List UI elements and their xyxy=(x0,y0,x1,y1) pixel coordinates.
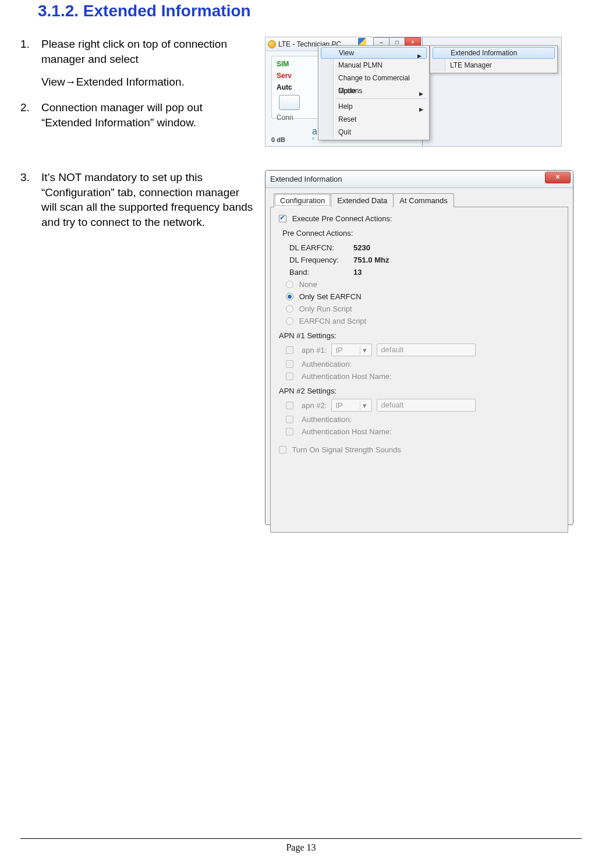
checkbox-signal-sounds[interactable] xyxy=(279,446,286,454)
tab-configuration[interactable]: Configuration xyxy=(274,193,331,207)
dialog-title: Extended Information xyxy=(270,175,342,183)
step-2-num: 2. xyxy=(20,100,41,130)
label-band: Band: xyxy=(289,268,353,277)
chevron-down-icon: ▾ xyxy=(360,401,369,410)
label-apn2-auth: Authentication: xyxy=(302,415,352,424)
step-3-num: 3. xyxy=(20,170,41,230)
section-title: Extended Information xyxy=(83,2,251,20)
menu-item-help[interactable]: Help ▶ xyxy=(320,100,428,113)
dialog-titlebar[interactable]: Extended Information xyxy=(265,171,573,188)
menu-separator xyxy=(336,98,427,99)
menu-item-help-label: Help xyxy=(338,102,353,111)
section-heading: 3.1.2. Extended Information xyxy=(20,0,582,20)
menu-item-commercial-mode[interactable]: Change to Commercial Mode xyxy=(320,72,428,84)
step-1-subline: View→Extended Information. xyxy=(41,75,253,90)
label-radio-both: EARFCN and Script xyxy=(299,317,367,325)
select-apn1-type-value: IP xyxy=(335,346,342,355)
label-signal-sounds: Turn On Signal Strength Sounds xyxy=(292,445,401,454)
menu-item-view-label: View xyxy=(339,49,354,57)
signal-db: 0 dB xyxy=(271,136,285,143)
menu-item-view[interactable]: View ▶ xyxy=(321,47,427,59)
menu-item-options-label: Options xyxy=(338,87,362,95)
context-menu: View ▶ Manual PLMN Change to Commercial … xyxy=(318,45,430,140)
section-number: 3.1.2. xyxy=(38,2,79,20)
chevron-down-icon: ▾ xyxy=(360,346,369,355)
step-3: 3. It’s NOT mandatory to set up this “Co… xyxy=(20,170,253,230)
step-2: 2. Connection manager will pop out “Exte… xyxy=(20,100,253,130)
step-3-text: It’s NOT mandatory to set up this “Confi… xyxy=(41,170,253,230)
label-dl-earfcn: DL EARFCN: xyxy=(289,243,353,252)
label-execute-pre-connect: Execute Pre Connect Actions: xyxy=(292,214,392,223)
label-apn1-auth: Authentication: xyxy=(302,360,352,369)
radio-only-earfcn[interactable] xyxy=(286,293,293,300)
input-apn1-name[interactable]: default xyxy=(377,343,476,356)
checkbox-apn1[interactable] xyxy=(286,346,293,354)
label-apn2-header: APN #2 Settings: xyxy=(279,387,559,395)
checkbox-execute-pre-connect[interactable] xyxy=(279,215,286,222)
submenu-view: Extended Information LTE Manager xyxy=(430,45,558,73)
signal-box xyxy=(279,95,300,110)
checkbox-apn2-auth[interactable] xyxy=(286,416,293,423)
tab-panel-configuration: Execute Pre Connect Actions: Pre Connect… xyxy=(270,207,568,533)
label-pre-connect-actions: Pre Connect Actions: xyxy=(282,229,559,238)
submenu-item-extended-info[interactable]: Extended Information xyxy=(433,47,555,59)
shield-icon xyxy=(358,38,366,46)
checkbox-apn1-auth[interactable] xyxy=(286,360,293,368)
step-1-num: 1. xyxy=(20,37,41,90)
page-footer: Page 13 xyxy=(20,838,582,853)
step-1-text: Please right click on top of connection … xyxy=(41,38,227,65)
label-apn1-auth-host: Authentication Host Name: xyxy=(302,372,392,381)
label-radio-only-script: Only Run Script xyxy=(299,304,352,313)
tab-at-commands[interactable]: At Commands xyxy=(393,193,454,207)
submenu-item-lte-manager[interactable]: LTE Manager xyxy=(431,59,556,72)
radio-earfcn-and-script[interactable] xyxy=(286,317,293,325)
label-apn2-auth-host: Authentication Host Name: xyxy=(302,427,392,436)
step-1: 1. Please right click on top of connecti… xyxy=(20,37,253,90)
checkbox-apn1-auth-host[interactable] xyxy=(286,373,293,380)
value-band: 13 xyxy=(353,268,362,277)
label-apn1-header: APN #1 Settings: xyxy=(279,331,559,340)
select-apn1-type[interactable]: IP ▾ xyxy=(331,343,372,356)
select-apn2-type[interactable]: IP ▾ xyxy=(331,399,372,412)
menu-item-quit[interactable]: Quit xyxy=(320,126,428,139)
app-icon xyxy=(268,40,276,48)
radio-only-script[interactable] xyxy=(286,305,293,313)
label-radio-only-earfcn: Only Set EARFCN xyxy=(299,292,362,301)
dialog-close-button[interactable]: × xyxy=(545,172,571,183)
dialog-extended-information: Extended Information × Configuration Ext… xyxy=(265,170,573,525)
value-dl-frequency: 751.0 Mhz xyxy=(353,256,389,264)
menu-item-manual-plmn[interactable]: Manual PLMN xyxy=(320,59,428,72)
checkbox-apn2-auth-host[interactable] xyxy=(286,428,293,435)
menu-item-reset[interactable]: Reset xyxy=(320,113,428,126)
value-dl-earfcn: 5230 xyxy=(353,243,370,252)
label-apn1: apn #1: xyxy=(302,346,327,355)
radio-none[interactable] xyxy=(286,281,293,288)
screenshot-context-menu: LTE - Technician PC – □ × SIM Serv Autc … xyxy=(265,37,562,147)
select-apn2-type-value: IP xyxy=(335,401,342,410)
menu-item-options[interactable]: Options ▶ xyxy=(320,84,428,97)
label-radio-none: None xyxy=(299,280,317,289)
tab-extended-data[interactable]: Extended Data xyxy=(331,193,394,207)
label-apn2: apn #2: xyxy=(302,401,327,410)
step-2-text: Connection manager will pop out “Extende… xyxy=(41,100,253,130)
tab-bar: Configuration Extended Data At Commands xyxy=(265,188,573,207)
label-dl-frequency: DL Frequency: xyxy=(289,256,353,264)
checkbox-apn2[interactable] xyxy=(286,402,293,409)
input-apn2-name[interactable]: defualt xyxy=(377,399,476,412)
